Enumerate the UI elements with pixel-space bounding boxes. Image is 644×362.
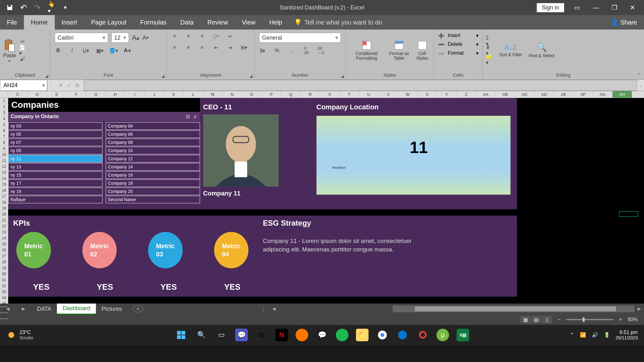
share-button[interactable]: 👤 Share (604, 15, 644, 30)
zoom-out-icon[interactable]: − (558, 317, 560, 322)
close-icon[interactable]: ✕ (627, 4, 638, 11)
col-header-AE[interactable]: AE (554, 91, 574, 98)
increase-decimal-icon[interactable]: .0.00 (303, 47, 309, 54)
cut-icon[interactable]: ✂ (19, 38, 26, 45)
collapse-ribbon-icon[interactable]: ⌃ (637, 72, 641, 78)
name-box[interactable]: AH24 (0, 80, 47, 91)
sheet-tab-data[interactable]: DATA (31, 304, 57, 314)
undo-icon[interactable]: ↶ (20, 4, 27, 11)
col-header-AH[interactable]: AH (613, 91, 632, 98)
zoom-in-icon[interactable]: + (619, 317, 622, 322)
page-layout-view-icon[interactable]: ▤ (531, 316, 541, 323)
empty-cells-area[interactable] (517, 98, 644, 304)
format-cells-button[interactable]: ▭Format▾ (438, 50, 479, 57)
new-sheet-button[interactable]: + (133, 305, 143, 312)
slicer-item[interactable]: Company 08 (106, 139, 200, 146)
col-header-AG[interactable]: AG (593, 91, 613, 98)
row-header-28[interactable]: 28 (0, 259, 8, 265)
utorrent-icon[interactable]: μ (436, 329, 449, 341)
accounting-icon[interactable]: $▾ (259, 47, 266, 54)
fill-color-icon[interactable]: 🪣▾ (110, 47, 117, 54)
col-header-Q[interactable]: Q (281, 91, 301, 98)
opera-icon[interactable]: ⭕ (416, 329, 429, 341)
font-size-select[interactable]: 12▾ (111, 33, 129, 43)
sheet-nav-next-icon[interactable]: ► (16, 306, 31, 312)
find-select-button[interactable]: 🔍Find & Select (529, 43, 555, 58)
normal-view-icon[interactable]: ▦ (520, 316, 530, 323)
format-painter-icon[interactable]: 🖌 (19, 56, 26, 63)
page-break-view-icon[interactable]: ▯ (542, 316, 552, 323)
row-header-37[interactable]: 37 (0, 313, 8, 319)
store-icon[interactable]: 🛍 (255, 329, 268, 341)
paste-button[interactable]: Paste ▾ (3, 38, 16, 63)
slicer-item[interactable]: Company 18 (106, 179, 200, 187)
slicer-item[interactable]: Second Name (106, 196, 200, 203)
slicer-item[interactable]: ny 13 (8, 163, 103, 171)
row-header-6[interactable]: 6 (0, 128, 8, 134)
col-header-G[interactable]: G (86, 91, 106, 98)
col-header-V[interactable]: V (379, 91, 398, 98)
slicer-item[interactable]: Rafique (8, 196, 103, 203)
excel-icon[interactable]: X▤ (457, 329, 469, 341)
row-header-31[interactable]: 31 (0, 277, 8, 283)
slicer-item[interactable]: ny 11 (8, 155, 103, 162)
font-name-select[interactable]: Calibri▾ (55, 33, 108, 43)
col-header-S[interactable]: S (320, 91, 340, 98)
expand-fbar-icon[interactable]: ⌄ (637, 80, 644, 91)
merge-icon[interactable]: ⊞▾ (240, 44, 247, 51)
tab-help[interactable]: Help (262, 15, 289, 30)
row-header-18[interactable]: 18 (0, 200, 8, 206)
zoom-level[interactable]: 60% (628, 317, 638, 322)
row-header-19[interactable]: 19 (0, 206, 8, 211)
chrome-icon[interactable] (376, 329, 389, 341)
col-header-D[interactable]: D (28, 91, 47, 98)
namebox-expand-icon[interactable]: ⋮ (47, 80, 54, 91)
slicer-item[interactable]: Company 16 (106, 171, 200, 179)
format-as-table-button[interactable]: Format as Table (386, 40, 411, 61)
col-header-AF[interactable]: AF (574, 91, 593, 98)
save-icon[interactable] (6, 4, 13, 11)
row-header-5[interactable]: 5 (0, 122, 8, 128)
increase-indent-icon[interactable]: ⇥ (226, 44, 233, 51)
start-button[interactable] (175, 329, 187, 341)
grow-font-icon[interactable]: A▴ (132, 34, 139, 41)
row-header-33[interactable]: 33 (0, 289, 8, 295)
row-header-8[interactable]: 8 (0, 140, 8, 146)
teams-icon[interactable]: 💬 (235, 329, 248, 341)
task-view-icon[interactable]: ▭ (215, 329, 228, 341)
col-header-N[interactable]: N (223, 91, 242, 98)
tab-file[interactable]: File (0, 15, 24, 30)
tab-insert[interactable]: Insert (55, 15, 84, 30)
cancel-formula-icon[interactable]: ✕ (58, 82, 63, 88)
row-header-27[interactable]: 27 (0, 253, 8, 259)
search-icon[interactable]: 🔍 (195, 329, 208, 341)
decrease-indent-icon[interactable]: ⇤ (213, 44, 219, 51)
slicer-item[interactable]: ny 09 (8, 147, 103, 154)
insert-cells-button[interactable]: ➕Insert▾ (438, 32, 479, 39)
row-header-24[interactable]: 24 (0, 235, 8, 241)
col-header-AD[interactable]: AD (535, 91, 554, 98)
multiselect-icon[interactable]: ☑ (186, 114, 190, 119)
number-format-select[interactable]: General▾ (259, 33, 341, 43)
select-all-corner[interactable] (0, 91, 8, 98)
slicer-item[interactable]: Company 06 (106, 130, 200, 138)
edge-icon[interactable] (396, 329, 409, 341)
row-header-32[interactable]: 32 (0, 283, 8, 289)
row-header-3[interactable]: 3 (0, 110, 8, 116)
col-header-AB[interactable]: AB (496, 91, 515, 98)
copy-icon[interactable]: 📄▾ (19, 47, 26, 54)
hscroll-right-icon[interactable]: ► (635, 306, 644, 312)
row-header-13[interactable]: 13 (0, 170, 8, 176)
font-color-icon[interactable]: A▾ (124, 47, 131, 54)
autosum-icon[interactable]: Σ ▾ (486, 37, 493, 44)
border-icon[interactable]: ▦▾ (96, 47, 103, 54)
slicer-item[interactable]: ny 05 (8, 130, 103, 138)
tab-split-icon[interactable]: ⋮ (257, 305, 269, 312)
delete-cells-button[interactable]: ➖Delete▾ (438, 41, 479, 48)
col-header-M[interactable]: M (203, 91, 223, 98)
font-launcher-icon[interactable]: ◢ (162, 74, 164, 78)
tab-formulas[interactable]: Formulas (133, 15, 173, 30)
tellme-search[interactable]: 💡 Tell me what you want to do (289, 15, 424, 30)
row-header-14[interactable]: 14 (0, 176, 8, 182)
fx-icon[interactable]: fx (75, 83, 79, 88)
